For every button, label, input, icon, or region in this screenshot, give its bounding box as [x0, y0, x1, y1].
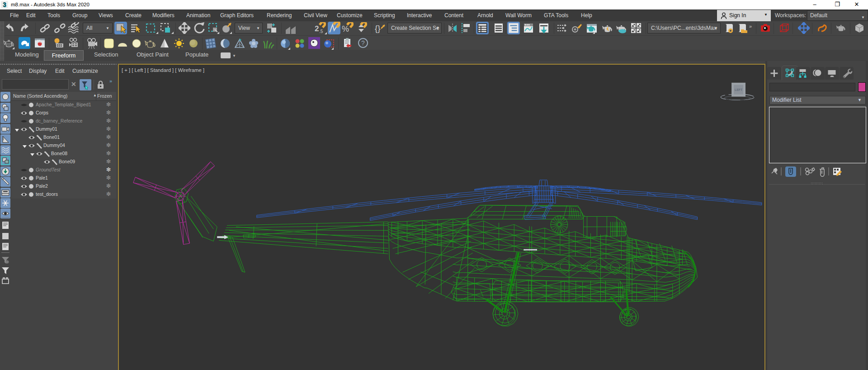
- svg-text:?: ?: [361, 39, 365, 47]
- svg-text:LEFT: LEFT: [735, 88, 743, 91]
- svg-text:{}: {}: [375, 24, 381, 33]
- svg-text:2: 2: [315, 24, 319, 33]
- svg-text:%: %: [342, 24, 349, 33]
- svg-text:.5: .5: [319, 29, 323, 34]
